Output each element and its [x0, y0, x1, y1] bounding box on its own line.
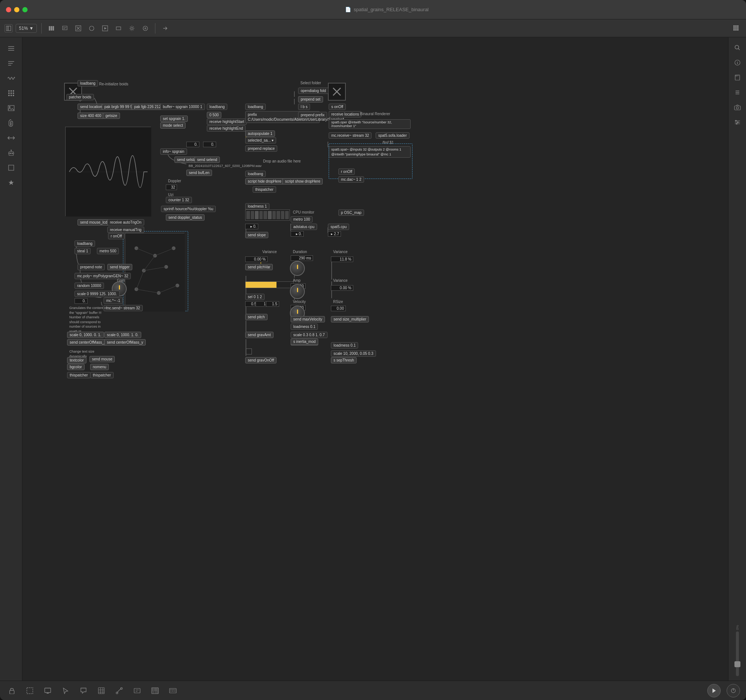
- sidebar-toggle-icon[interactable]: [5, 24, 13, 32]
- num-32[interactable]: 32: [166, 185, 177, 190]
- random-10000[interactable]: random 10000: [75, 283, 104, 289]
- mc-dac[interactable]: mc.dac~ 1 2: [338, 176, 364, 183]
- num-0-3[interactable]: 0.: [203, 142, 216, 147]
- send-maxVelocity[interactable]: send maxVelocity: [291, 316, 325, 322]
- num-15[interactable]: 1.5: [266, 301, 279, 307]
- close-button[interactable]: [6, 7, 11, 12]
- prepend-set[interactable]: prepend set: [298, 96, 323, 102]
- thispatcher-2[interactable]: thispatcher: [67, 372, 90, 378]
- receive-manualTrig[interactable]: receive manualTrig: [107, 227, 144, 233]
- num-0-4[interactable]: ▸ 0.: [245, 224, 258, 229]
- sidebar-item-robot[interactable]: [5, 146, 18, 160]
- toolbar-plus-icon[interactable]: [140, 23, 150, 33]
- scale-center-y[interactable]: scale 0, 1000. 1. 0.: [104, 332, 141, 338]
- lock-btn[interactable]: [6, 685, 18, 697]
- connect-tool-btn[interactable]: [113, 685, 125, 697]
- toolbar-play-icon[interactable]: [100, 23, 110, 33]
- sidebar-item-grid[interactable]: [5, 86, 18, 100]
- presentation-btn[interactable]: [42, 685, 54, 697]
- scale-center-x[interactable]: scale 0, 1000. 0. 1.: [67, 332, 104, 338]
- num-rsize[interactable]: 0.00: [331, 306, 346, 311]
- bgcolor-msg[interactable]: bgcolor: [67, 364, 84, 370]
- subpatch-area[interactable]: [125, 233, 185, 311]
- textcolor-msg[interactable]: textcolor: [67, 357, 86, 363]
- sel-0-1-2[interactable]: sel 0 1 2: [245, 294, 265, 300]
- loadmess-01[interactable]: loadmess 0.1: [291, 324, 318, 330]
- prepend-note[interactable]: prepend note: [78, 264, 105, 270]
- loadbang-5[interactable]: loadbang: [75, 241, 95, 247]
- sprintf-source[interactable]: sprintf /source/%u/doppler %u: [161, 206, 216, 212]
- toolbar-comment-icon[interactable]: [60, 23, 70, 33]
- spat5-spat[interactable]: spat5.spat~ @inputs 32 @outputs 2 @rooms…: [329, 146, 411, 158]
- comment-tool-btn[interactable]: [78, 685, 89, 697]
- size-400[interactable]: size 400 400: [78, 113, 104, 119]
- metro-500[interactable]: metro 500: [97, 248, 119, 254]
- right-search-btn[interactable]: [731, 42, 743, 54]
- send-mouse-lcd[interactable]: send mouse_lcd: [78, 219, 110, 226]
- set-spgrain[interactable]: set spgrain 1.: [160, 116, 188, 122]
- thispatcher-1[interactable]: thispatcher: [253, 187, 276, 193]
- nomenu-msg[interactable]: nomenu: [90, 364, 109, 370]
- toolbar-close-box-icon[interactable]: [73, 23, 83, 33]
- piano-keys-btn[interactable]: [149, 685, 161, 697]
- keyboard-btn[interactable]: [167, 685, 179, 697]
- pitch-slider[interactable]: [245, 282, 293, 288]
- num-cpu1[interactable]: ▸ 0.: [291, 231, 304, 237]
- toolbar-rect-icon[interactable]: [113, 23, 124, 33]
- send-centerOfMass-x[interactable]: send centerOfMass_x: [67, 339, 108, 346]
- right-list-btn[interactable]: [731, 86, 743, 98]
- send-pitchVar[interactable]: send pitchVar: [245, 264, 273, 270]
- send-trigger[interactable]: send trigger: [107, 264, 132, 270]
- loadmess-lbs[interactable]: l b s: [298, 104, 310, 110]
- sidebar-item-menu[interactable]: [5, 57, 18, 70]
- counter-1-32[interactable]: counter 1 32: [166, 197, 192, 203]
- send-centerOfMass-y[interactable]: send centerOfMass_y: [104, 339, 146, 346]
- receive-locations[interactable]: receive locations: [329, 111, 361, 117]
- mc-times[interactable]: mc.*~ -1: [104, 297, 123, 304]
- duration-knob[interactable]: [290, 261, 305, 276]
- select-rect-btn[interactable]: [24, 685, 36, 697]
- sidebar-item-image[interactable]: [5, 101, 18, 115]
- close-box-2[interactable]: [328, 83, 346, 101]
- info-sgprain[interactable]: info~ spgrain: [160, 148, 187, 155]
- vertical-slider-thumb[interactable]: [734, 661, 740, 667]
- send-doppler[interactable]: send doppler_status: [166, 214, 205, 221]
- sidebar-item-waveform[interactable]: [5, 72, 18, 85]
- toolbar-circle-icon[interactable]: [86, 23, 97, 33]
- mc-receive-32[interactable]: mc.receive~ stream 32: [329, 132, 371, 138]
- r-onOff-2[interactable]: r onOff: [108, 233, 125, 239]
- sidebar-item-rect[interactable]: [5, 161, 18, 175]
- send-slope[interactable]: send slope: [245, 232, 268, 238]
- send-gravOnOff[interactable]: send gravOnOff: [245, 357, 277, 363]
- metro-100[interactable]: metro 100: [291, 216, 313, 223]
- send-selend[interactable]: send selend: [194, 157, 220, 163]
- prepend-prefix[interactable]: prepend prefix: [298, 112, 327, 118]
- scale-10-2000[interactable]: scale 10, 2000, 0.05 0.3: [331, 350, 376, 357]
- play-button[interactable]: [707, 684, 720, 697]
- patcher-boids[interactable]: patcher boids: [66, 94, 94, 100]
- matrix-display[interactable]: [245, 209, 290, 221]
- receive-highlightStart[interactable]: receive highlightStart: [207, 119, 247, 125]
- zoom-control[interactable]: 51% ▼: [16, 24, 37, 33]
- s-onOff[interactable]: s onOff: [329, 104, 346, 110]
- right-book-btn[interactable]: [731, 72, 743, 83]
- send-mouse[interactable]: send mouse: [89, 356, 115, 362]
- loadmess-01-2[interactable]: loadmess 0.1: [331, 342, 358, 349]
- send-bufLen[interactable]: send bufLen: [186, 170, 212, 176]
- send-pitch-2[interactable]: send pitch: [245, 314, 268, 320]
- scale-0-9999[interactable]: scale 0 9999 125. 1000.: [75, 291, 120, 297]
- right-info-btn[interactable]: [731, 57, 743, 69]
- right-camera-btn[interactable]: [731, 101, 743, 113]
- spat5-oper[interactable]: spat5.oper @intwith "/source/number 32, …: [329, 119, 411, 129]
- send-gravAmt[interactable]: send gravAmt: [245, 332, 274, 338]
- num-variance-1[interactable]: 0.00 %: [245, 256, 268, 262]
- sidebar-item-arrows[interactable]: [5, 131, 18, 145]
- num-cpu2[interactable]: ▸ 2.7: [328, 231, 341, 237]
- sidebar-item-collapse[interactable]: [5, 42, 18, 55]
- num-290ms[interactable]: 290 ms: [291, 255, 313, 261]
- spat5-sofa[interactable]: spat5.sofa.loader: [376, 132, 409, 138]
- p-osc-map[interactable]: p OSC_map: [338, 209, 364, 216]
- mode-select[interactable]: mode select: [160, 122, 186, 129]
- grid-btn[interactable]: [95, 685, 107, 697]
- send-size-mult[interactable]: send size_multiplier: [331, 316, 369, 322]
